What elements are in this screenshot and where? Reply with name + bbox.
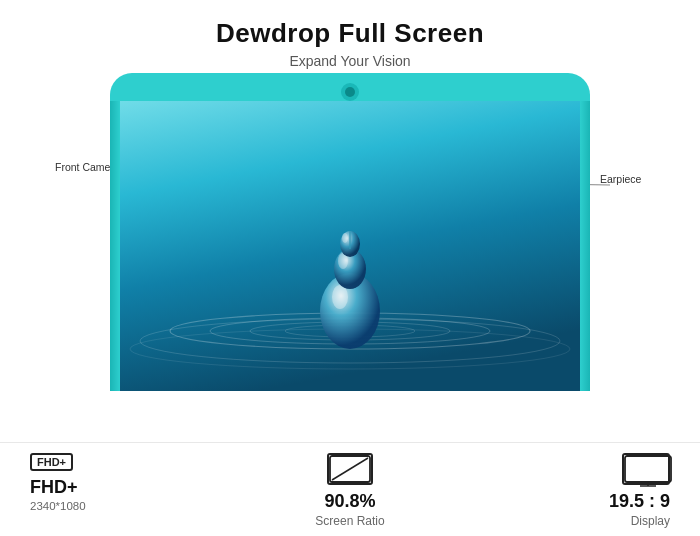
phone-body [110, 101, 590, 391]
phone-left-side [110, 101, 120, 391]
info-item-ratio: 90.8% Screen Ratio [243, 453, 456, 528]
display-icon [622, 453, 670, 485]
header: Dewdrop Full Screen Expand Your Vision [216, 0, 484, 69]
phone-right-side [580, 101, 590, 391]
ratio-value: 90.8% [324, 491, 375, 512]
info-item-display: 19.5 : 9 Display [457, 453, 670, 528]
display-icon-svg [624, 455, 672, 487]
fhd-icon: FHD+ [30, 453, 73, 471]
ratio-icon [327, 453, 373, 485]
info-item-resolution: FHD+ FHD+ 2340*1080 [30, 453, 243, 512]
ratio-label: Screen Ratio [315, 514, 384, 528]
earpiece-label: Earpiece [600, 173, 641, 185]
resolution-value: FHD+ [30, 477, 78, 498]
dewdrop-notch [341, 83, 359, 101]
resolution-sub: 2340*1080 [30, 500, 86, 512]
water-scene [120, 101, 580, 391]
phone-area: Front Camera Light & Distance Sensor Ear… [0, 73, 700, 442]
page-container: Dewdrop Full Screen Expand Your Vision F… [0, 0, 700, 536]
phone-top-bar [110, 73, 590, 101]
page-title: Dewdrop Full Screen [216, 18, 484, 49]
phone-screen [120, 101, 580, 391]
display-label: Display [631, 514, 670, 528]
info-bar: FHD+ FHD+ 2340*1080 90.8% Screen Ratio [0, 442, 700, 536]
camera-dot [345, 87, 355, 97]
phone-wrapper [110, 73, 590, 391]
display-value: 19.5 : 9 [609, 491, 670, 512]
svg-point-11 [332, 285, 348, 309]
svg-rect-19 [625, 456, 671, 482]
svg-point-15 [342, 233, 348, 243]
svg-line-18 [332, 458, 368, 480]
ratio-icon-svg [329, 455, 371, 483]
page-subtitle: Expand Your Vision [216, 53, 484, 69]
